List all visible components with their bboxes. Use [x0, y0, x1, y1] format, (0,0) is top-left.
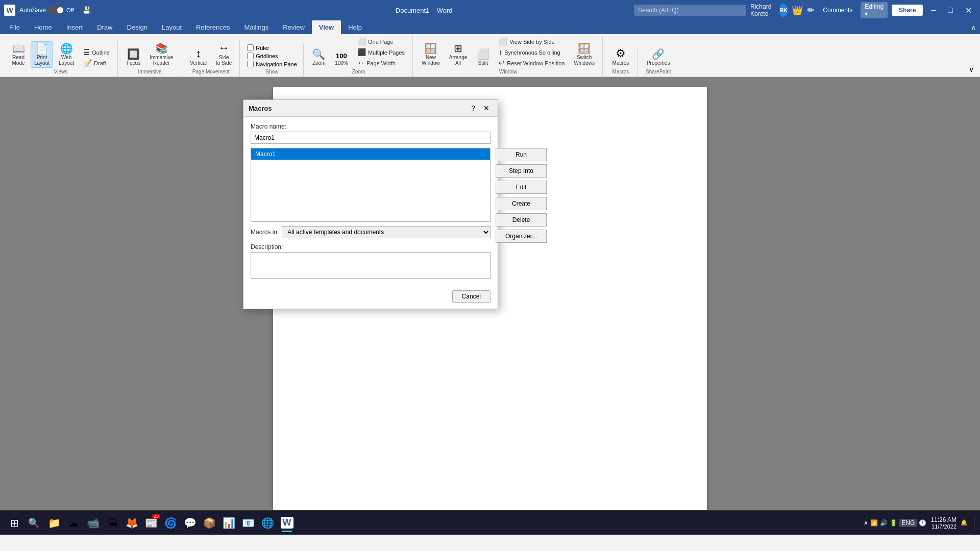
ruler-label: Ruler	[256, 45, 269, 51]
arrange-all-button[interactable]: ⊞ ArrangeAll	[446, 41, 471, 68]
delete-button[interactable]: Delete	[496, 213, 547, 227]
taskbar-item-teams[interactable]: 📹	[84, 514, 102, 532]
macro-name-input[interactable]	[251, 132, 491, 144]
new-window-button[interactable]: 🪟 NewWindow	[418, 41, 444, 68]
taskbar-item-onedrive[interactable]: ☁	[64, 514, 83, 532]
navigation-pane-checkbox-row[interactable]: Navigation Pane	[245, 60, 299, 68]
tab-home[interactable]: Home	[27, 20, 59, 34]
gridlines-checkbox-row[interactable]: Gridlines	[245, 52, 299, 60]
notification-bell-icon[interactable]: 🔔	[961, 519, 968, 526]
switch-windows-button[interactable]: 🪟 SwitchWindows	[570, 41, 598, 68]
tab-file[interactable]: File	[2, 20, 27, 34]
start-icon: ⊞	[10, 517, 19, 529]
reset-window-position-button[interactable]: ↩ Reset Window Position	[495, 58, 568, 68]
taskbar-item-outlook[interactable]: 📧	[239, 514, 257, 532]
zoom-label: Zoom	[312, 60, 326, 66]
view-side-by-side-button[interactable]: ⬜ View Side by Side	[495, 36, 568, 46]
split-button[interactable]: ⬜ Split	[473, 47, 493, 68]
ruler-checkbox[interactable]	[247, 44, 254, 51]
show-desktop-button[interactable]	[974, 515, 976, 531]
100pct-button[interactable]: 100 100%	[331, 51, 352, 68]
taskbar-item-edge[interactable]: 🌀	[161, 514, 180, 532]
comments-button[interactable]: Comments	[819, 6, 856, 15]
dialog-close-button[interactable]: ✕	[480, 103, 493, 113]
immersive-reader-button[interactable]: 📚 ImmersiveReader	[146, 41, 177, 68]
time-display: 11:26 AM 11/7/2022	[930, 516, 957, 530]
volume-icon: 🔊	[880, 519, 888, 527]
start-button[interactable]: ⊞	[4, 513, 24, 533]
taskbar-item-word[interactable]: W	[278, 514, 296, 532]
taskbar-item-chrome[interactable]: 🌐	[258, 514, 277, 532]
web-layout-button[interactable]: 🌐 WebLayout	[55, 41, 78, 68]
taskbar-item-firefox[interactable]: 🦊	[122, 514, 141, 532]
autosave-toggle[interactable]	[48, 6, 64, 14]
search-input[interactable]	[634, 5, 746, 16]
synchronous-scrolling-button[interactable]: ↕ Synchronous Scrolling	[495, 47, 568, 57]
print-layout-label: PrintLayout	[34, 55, 50, 66]
tab-help[interactable]: Help	[341, 20, 369, 34]
gridlines-checkbox[interactable]	[247, 53, 254, 59]
step-into-button[interactable]: Step Into	[496, 164, 547, 178]
multiple-pages-button[interactable]: ⬛ Multiple Pages	[354, 47, 408, 57]
run-button[interactable]: Run	[496, 148, 547, 161]
tab-mailings[interactable]: Mailings	[237, 20, 276, 34]
web-layout-label: WebLayout	[59, 55, 74, 66]
close-button[interactable]: ✕	[961, 5, 976, 16]
100pct-label: 100%	[335, 60, 348, 66]
minimize-button[interactable]: –	[927, 5, 940, 16]
page-width-button[interactable]: ↔ Page Width	[354, 58, 408, 68]
macros-button[interactable]: ⚙ Macros	[608, 46, 633, 68]
vertical-button[interactable]: ↕ Vertical	[186, 46, 210, 68]
outline-button[interactable]: ☰ Outline	[80, 47, 113, 57]
list-item[interactable]: Macro1	[251, 148, 490, 160]
ribbon-collapse-button[interactable]: ∧	[967, 20, 980, 34]
read-mode-icon: 📖	[12, 43, 25, 54]
switch-windows-icon: 🪟	[578, 43, 591, 54]
taskbar-item-weather[interactable]: 🌤	[103, 514, 121, 532]
read-mode-button[interactable]: 📖 ReadMode	[8, 41, 29, 68]
taskbar-item-apps[interactable]: 📦	[200, 514, 218, 532]
zoom-button[interactable]: 🔍 Zoom	[309, 47, 329, 68]
one-page-icon: ⬜	[357, 38, 366, 45]
zoom-group-items: 🔍 Zoom 100 100% ⬜ One Page ⬛ Multiple Pa…	[309, 36, 408, 68]
maximize-button[interactable]: □	[944, 5, 957, 16]
reset-window-position-icon: ↩	[499, 59, 505, 66]
cancel-button[interactable]: Cancel	[452, 290, 491, 303]
firefox-icon: 🦊	[126, 517, 138, 529]
ribbon-expand-button[interactable]: ∨	[967, 64, 976, 74]
read-mode-label: ReadMode	[12, 55, 24, 66]
taskbar-item-news[interactable]: 📰 33	[142, 514, 160, 532]
macros-in-select[interactable]: All active templates and documents Norma…	[282, 226, 491, 238]
description-textarea[interactable]	[251, 252, 491, 279]
draft-button[interactable]: 📝 Draft	[80, 58, 113, 68]
side-to-side-button[interactable]: ↔ Sideto Side	[212, 40, 235, 68]
tab-view[interactable]: View	[312, 20, 341, 34]
outline-label: Outline	[92, 49, 110, 56]
dialog-side-buttons: Run Step Into Edit Create Delete Organiz…	[496, 148, 547, 243]
organizer-button[interactable]: Organizer...	[496, 230, 547, 243]
share-button[interactable]: Share	[892, 5, 923, 16]
taskbar-item-skype[interactable]: 💬	[181, 514, 199, 532]
print-layout-button[interactable]: 📄 PrintLayout	[31, 41, 53, 68]
ruler-checkbox-row[interactable]: Ruler	[245, 44, 299, 52]
navigation-pane-checkbox[interactable]	[247, 61, 254, 67]
one-page-button[interactable]: ⬜ One Page	[354, 36, 408, 46]
taskbar-item-excel[interactable]: 📊	[219, 514, 238, 532]
tab-layout[interactable]: Layout	[155, 20, 189, 34]
tab-references[interactable]: References	[189, 20, 237, 34]
tab-review[interactable]: Review	[276, 20, 312, 34]
edit-button[interactable]: Edit	[496, 181, 547, 194]
focus-button[interactable]: 🔲 Focus	[123, 47, 144, 68]
tab-design[interactable]: Design	[120, 20, 155, 34]
create-button[interactable]: Create	[496, 197, 547, 210]
tab-draw[interactable]: Draw	[90, 20, 119, 34]
properties-button[interactable]: 🔗 Properties	[643, 47, 674, 68]
chevron-up-icon[interactable]: ∧	[864, 519, 868, 527]
taskbar-item-files[interactable]: 📁	[45, 514, 63, 532]
taskbar-search-button[interactable]: 🔍	[24, 514, 43, 532]
tab-insert[interactable]: Insert	[59, 20, 90, 34]
save-button[interactable]: 💾	[78, 5, 95, 15]
macros-label: Macros	[612, 60, 629, 66]
dialog-help-button[interactable]: ?	[468, 103, 478, 113]
editing-badge[interactable]: Editing ▾	[861, 2, 888, 18]
